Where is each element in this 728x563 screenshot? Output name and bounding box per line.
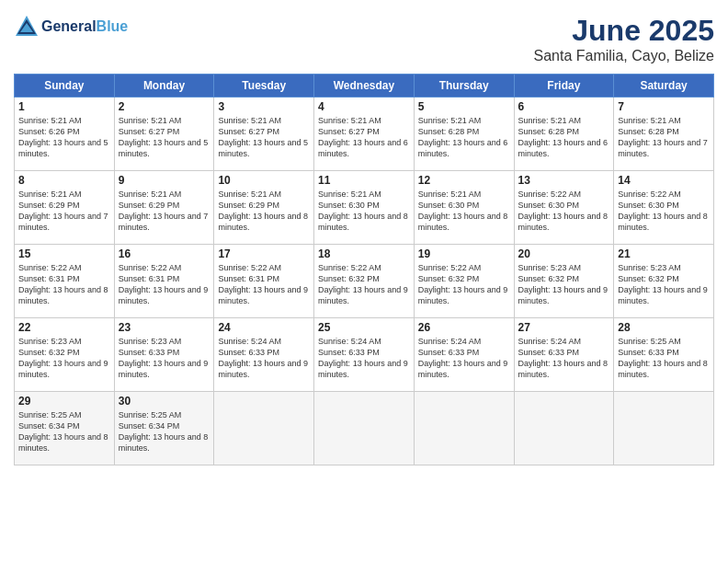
sunset: Sunset: 6:33 PM (218, 348, 279, 357)
daylight: Daylight: 13 hours and 9 minutes. (218, 359, 308, 379)
daylight: Daylight: 13 hours and 8 minutes. (518, 359, 609, 379)
sunrise: Sunrise: 5:22 AM (318, 263, 381, 272)
day-number: 3 (218, 100, 310, 113)
daylight: Daylight: 13 hours and 5 minutes. (119, 138, 209, 158)
daylight: Daylight: 13 hours and 8 minutes. (318, 212, 408, 232)
calendar-cell: 27 Sunrise: 5:24 AM Sunset: 6:33 PM Dayl… (514, 318, 614, 392)
sunrise: Sunrise: 5:24 AM (218, 337, 281, 346)
daylight: Daylight: 13 hours and 9 minutes. (18, 359, 108, 379)
calendar-cell: 2 Sunrise: 5:21 AM Sunset: 6:27 PM Dayli… (114, 98, 214, 171)
daylight: Daylight: 13 hours and 9 minutes. (119, 285, 209, 305)
sunset: Sunset: 6:32 PM (18, 348, 80, 357)
day-number: 16 (119, 247, 210, 260)
sunset: Sunset: 6:27 PM (218, 127, 279, 136)
daylight: Daylight: 13 hours and 9 minutes. (418, 285, 508, 305)
sunset: Sunset: 6:27 PM (318, 127, 380, 136)
calendar-cell: 18 Sunrise: 5:22 AM Sunset: 6:32 PM Dayl… (314, 245, 415, 318)
sunset: Sunset: 6:30 PM (618, 201, 679, 210)
day-info: Sunrise: 5:21 AM Sunset: 6:28 PM Dayligh… (618, 115, 710, 160)
day-info: Sunrise: 5:22 AM Sunset: 6:30 PM Dayligh… (518, 189, 610, 234)
daylight: Daylight: 13 hours and 9 minutes. (618, 285, 708, 305)
daylight: Daylight: 13 hours and 8 minutes. (119, 432, 209, 453)
sunset: Sunset: 6:28 PM (618, 127, 679, 136)
logo: GeneralBlue (14, 14, 128, 40)
daylight: Daylight: 13 hours and 8 minutes. (418, 212, 508, 232)
day-info: Sunrise: 5:22 AM Sunset: 6:30 PM Dayligh… (618, 189, 710, 234)
sunset: Sunset: 6:32 PM (518, 274, 580, 283)
calendar-cell: 17 Sunrise: 5:22 AM Sunset: 6:31 PM Dayl… (214, 245, 314, 318)
calendar-cell: 24 Sunrise: 5:24 AM Sunset: 6:33 PM Dayl… (214, 318, 314, 392)
sunrise: Sunrise: 5:21 AM (318, 190, 381, 199)
daylight: Daylight: 13 hours and 9 minutes. (418, 359, 508, 379)
calendar-cell: 20 Sunrise: 5:23 AM Sunset: 6:32 PM Dayl… (514, 245, 614, 318)
day-info: Sunrise: 5:23 AM Sunset: 6:33 PM Dayligh… (119, 336, 210, 381)
day-info: Sunrise: 5:21 AM Sunset: 6:29 PM Dayligh… (119, 189, 210, 234)
calendar-table: SundayMondayTuesdayWednesdayThursdayFrid… (14, 74, 714, 465)
calendar-cell: 16 Sunrise: 5:22 AM Sunset: 6:31 PM Dayl… (114, 245, 214, 318)
day-number: 20 (518, 247, 610, 260)
daylight: Daylight: 13 hours and 8 minutes. (618, 212, 708, 232)
sunrise: Sunrise: 5:21 AM (518, 116, 582, 125)
month-title: June 2025 (533, 14, 714, 48)
calendar-cell: 14 Sunrise: 5:22 AM Sunset: 6:30 PM Dayl… (614, 171, 714, 245)
sunset: Sunset: 6:33 PM (318, 348, 380, 357)
daylight: Daylight: 13 hours and 6 minutes. (318, 138, 408, 158)
sunset: Sunset: 6:33 PM (518, 348, 580, 357)
sunrise: Sunrise: 5:22 AM (119, 263, 182, 272)
sunset: Sunset: 6:32 PM (418, 274, 480, 283)
calendar-cell: 8 Sunrise: 5:21 AM Sunset: 6:29 PM Dayli… (15, 171, 115, 245)
calendar-cell: 26 Sunrise: 5:24 AM Sunset: 6:33 PM Dayl… (414, 318, 514, 392)
weekday-header-thursday: Thursday (414, 75, 514, 98)
calendar-cell: 12 Sunrise: 5:21 AM Sunset: 6:30 PM Dayl… (414, 171, 514, 245)
day-info: Sunrise: 5:21 AM Sunset: 6:29 PM Dayligh… (18, 189, 110, 234)
day-number: 13 (518, 174, 610, 187)
sunset: Sunset: 6:29 PM (18, 201, 80, 210)
calendar-cell: 7 Sunrise: 5:21 AM Sunset: 6:28 PM Dayli… (614, 98, 714, 171)
sunrise: Sunrise: 5:22 AM (618, 190, 681, 199)
day-number: 4 (318, 100, 410, 113)
sunset: Sunset: 6:32 PM (318, 274, 380, 283)
logo-text: GeneralBlue (41, 18, 128, 35)
sunrise: Sunrise: 5:24 AM (418, 337, 482, 346)
day-info: Sunrise: 5:25 AM Sunset: 6:33 PM Dayligh… (618, 336, 710, 381)
day-number: 23 (119, 321, 210, 334)
calendar-cell: 6 Sunrise: 5:21 AM Sunset: 6:28 PM Dayli… (514, 98, 614, 171)
sunrise: Sunrise: 5:21 AM (18, 190, 82, 199)
title-block: June 2025 Santa Familia, Cayo, Belize (533, 14, 714, 64)
day-number: 14 (618, 174, 710, 187)
sunset: Sunset: 6:31 PM (119, 274, 180, 283)
day-number: 27 (518, 321, 610, 334)
calendar-cell (614, 392, 714, 465)
sunrise: Sunrise: 5:25 AM (18, 410, 82, 419)
sunrise: Sunrise: 5:22 AM (218, 263, 281, 272)
sunset: Sunset: 6:34 PM (18, 421, 80, 431)
calendar-cell: 19 Sunrise: 5:22 AM Sunset: 6:32 PM Dayl… (414, 245, 514, 318)
day-number: 2 (119, 100, 210, 113)
day-info: Sunrise: 5:24 AM Sunset: 6:33 PM Dayligh… (418, 336, 510, 381)
day-info: Sunrise: 5:21 AM Sunset: 6:27 PM Dayligh… (218, 115, 310, 160)
daylight: Daylight: 13 hours and 8 minutes. (18, 432, 108, 453)
sunrise: Sunrise: 5:24 AM (518, 337, 582, 346)
sunrise: Sunrise: 5:21 AM (218, 116, 281, 125)
sunrise: Sunrise: 5:22 AM (418, 263, 482, 272)
day-info: Sunrise: 5:24 AM Sunset: 6:33 PM Dayligh… (218, 336, 310, 381)
sunset: Sunset: 6:30 PM (318, 201, 380, 210)
calendar-cell: 1 Sunrise: 5:21 AM Sunset: 6:26 PM Dayli… (15, 98, 115, 171)
daylight: Daylight: 13 hours and 8 minutes. (618, 359, 708, 379)
sunset: Sunset: 6:30 PM (418, 201, 480, 210)
calendar-cell: 28 Sunrise: 5:25 AM Sunset: 6:33 PM Dayl… (614, 318, 714, 392)
sunrise: Sunrise: 5:23 AM (119, 337, 182, 346)
page: GeneralBlue June 2025 Santa Familia, Cay… (0, 0, 728, 563)
sunset: Sunset: 6:34 PM (119, 421, 180, 431)
weekday-header-saturday: Saturday (614, 75, 714, 98)
daylight: Daylight: 13 hours and 9 minutes. (318, 359, 408, 379)
sunrise: Sunrise: 5:21 AM (618, 116, 681, 125)
calendar-cell: 5 Sunrise: 5:21 AM Sunset: 6:28 PM Dayli… (414, 98, 514, 171)
daylight: Daylight: 13 hours and 7 minutes. (618, 138, 708, 158)
weekday-header-sunday: Sunday (15, 75, 115, 98)
day-number: 12 (418, 174, 510, 187)
day-number: 9 (119, 174, 210, 187)
day-number: 21 (618, 247, 710, 260)
calendar-cell: 9 Sunrise: 5:21 AM Sunset: 6:29 PM Dayli… (114, 171, 214, 245)
sunset: Sunset: 6:29 PM (218, 201, 279, 210)
